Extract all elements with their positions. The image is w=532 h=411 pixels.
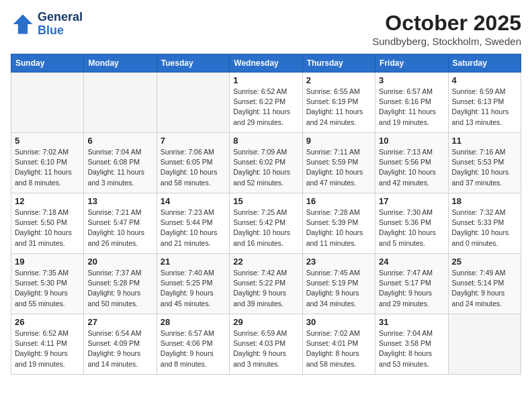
logo-text-general: General [38, 11, 83, 24]
day-number: 12 [15, 196, 80, 206]
calendar-cell: 30Sunrise: 7:02 AM Sunset: 4:01 PM Dayli… [302, 314, 375, 375]
day-info: Sunrise: 7:13 AM Sunset: 5:56 PM Dayligh… [379, 147, 444, 188]
calendar-cell: 20Sunrise: 7:37 AM Sunset: 5:28 PM Dayli… [84, 254, 157, 314]
day-info: Sunrise: 7:06 AM Sunset: 6:05 PM Dayligh… [161, 147, 226, 188]
day-info: Sunrise: 7:18 AM Sunset: 5:50 PM Dayligh… [15, 208, 80, 248]
calendar-cell: 11Sunrise: 7:16 AM Sunset: 5:53 PM Dayli… [448, 133, 521, 193]
day-number: 3 [379, 75, 444, 85]
calendar-cell: 3Sunrise: 6:57 AM Sunset: 6:16 PM Daylig… [375, 73, 448, 133]
logo-text-blue: Blue [38, 24, 83, 38]
day-info: Sunrise: 7:02 AM Sunset: 6:10 PM Dayligh… [15, 147, 80, 188]
day-info: Sunrise: 6:52 AM Sunset: 4:11 PM Dayligh… [15, 328, 80, 369]
calendar-cell: 8Sunrise: 7:09 AM Sunset: 6:02 PM Daylig… [230, 133, 302, 193]
calendar-cell: 24Sunrise: 7:47 AM Sunset: 5:17 PM Dayli… [375, 254, 448, 314]
day-number: 2 [306, 75, 371, 85]
calendar-cell: 14Sunrise: 7:23 AM Sunset: 5:44 PM Dayli… [157, 193, 229, 254]
calendar-cell: 16Sunrise: 7:28 AM Sunset: 5:39 PM Dayli… [302, 193, 375, 254]
day-number: 1 [233, 75, 298, 85]
calendar-cell [448, 314, 521, 375]
day-number: 8 [233, 136, 298, 146]
weekday-header-thursday: Thursday [302, 54, 375, 73]
calendar-cell: 27Sunrise: 6:54 AM Sunset: 4:09 PM Dayli… [84, 314, 157, 375]
day-number: 24 [379, 257, 444, 267]
day-number: 30 [306, 317, 371, 327]
day-info: Sunrise: 6:55 AM Sunset: 6:19 PM Dayligh… [306, 87, 371, 128]
day-info: Sunrise: 6:52 AM Sunset: 6:22 PM Dayligh… [233, 87, 298, 128]
calendar-week-1: 1Sunrise: 6:52 AM Sunset: 6:22 PM Daylig… [11, 73, 521, 133]
day-info: Sunrise: 7:35 AM Sunset: 5:30 PM Dayligh… [15, 268, 80, 309]
day-info: Sunrise: 7:30 AM Sunset: 5:36 PM Dayligh… [379, 208, 444, 248]
calendar-cell: 22Sunrise: 7:42 AM Sunset: 5:22 PM Dayli… [230, 254, 302, 314]
weekday-header-sunday: Sunday [11, 54, 84, 73]
day-info: Sunrise: 7:04 AM Sunset: 3:58 PM Dayligh… [379, 328, 444, 369]
day-number: 9 [306, 136, 371, 146]
calendar-week-5: 26Sunrise: 6:52 AM Sunset: 4:11 PM Dayli… [11, 314, 521, 375]
day-number: 15 [233, 196, 298, 206]
calendar-cell: 13Sunrise: 7:21 AM Sunset: 5:47 PM Dayli… [84, 193, 157, 254]
day-number: 31 [379, 317, 444, 327]
day-number: 7 [161, 136, 226, 146]
calendar-cell: 23Sunrise: 7:45 AM Sunset: 5:19 PM Dayli… [302, 254, 375, 314]
day-info: Sunrise: 7:23 AM Sunset: 5:44 PM Dayligh… [161, 208, 226, 248]
day-info: Sunrise: 7:09 AM Sunset: 6:02 PM Dayligh… [233, 147, 298, 188]
day-number: 6 [87, 136, 152, 146]
day-number: 14 [161, 196, 226, 206]
day-info: Sunrise: 6:57 AM Sunset: 6:16 PM Dayligh… [379, 87, 444, 128]
day-info: Sunrise: 7:37 AM Sunset: 5:28 PM Dayligh… [87, 268, 152, 309]
month-title: October 2025 [372, 11, 521, 36]
day-number: 16 [306, 196, 371, 206]
day-number: 29 [233, 317, 298, 327]
calendar-cell: 7Sunrise: 7:06 AM Sunset: 6:05 PM Daylig… [157, 133, 229, 193]
day-number: 19 [15, 257, 80, 267]
day-info: Sunrise: 7:32 AM Sunset: 5:33 PM Dayligh… [452, 208, 517, 248]
day-info: Sunrise: 6:59 AM Sunset: 6:13 PM Dayligh… [452, 87, 517, 128]
day-info: Sunrise: 7:04 AM Sunset: 6:08 PM Dayligh… [87, 147, 152, 188]
day-number: 26 [15, 317, 80, 327]
calendar-cell: 19Sunrise: 7:35 AM Sunset: 5:30 PM Dayli… [11, 254, 84, 314]
calendar-cell: 5Sunrise: 7:02 AM Sunset: 6:10 PM Daylig… [11, 133, 84, 193]
day-number: 23 [306, 257, 371, 267]
calendar-cell: 25Sunrise: 7:49 AM Sunset: 5:14 PM Dayli… [448, 254, 521, 314]
day-info: Sunrise: 6:59 AM Sunset: 4:03 PM Dayligh… [233, 328, 298, 369]
weekday-header-friday: Friday [375, 54, 448, 73]
calendar-cell: 6Sunrise: 7:04 AM Sunset: 6:08 PM Daylig… [84, 133, 157, 193]
calendar-cell: 29Sunrise: 6:59 AM Sunset: 4:03 PM Dayli… [230, 314, 302, 375]
day-info: Sunrise: 6:57 AM Sunset: 4:06 PM Dayligh… [161, 328, 226, 369]
calendar-cell: 12Sunrise: 7:18 AM Sunset: 5:50 PM Dayli… [11, 193, 84, 254]
weekday-header-tuesday: Tuesday [157, 54, 229, 73]
calendar-cell: 10Sunrise: 7:13 AM Sunset: 5:56 PM Dayli… [375, 133, 448, 193]
title-area: October 2025 Sundbyberg, Stockholm, Swed… [372, 11, 521, 47]
day-info: Sunrise: 7:47 AM Sunset: 5:17 PM Dayligh… [379, 268, 444, 309]
logo: General Blue [11, 11, 83, 38]
calendar-cell: 31Sunrise: 7:04 AM Sunset: 3:58 PM Dayli… [375, 314, 448, 375]
day-number: 28 [161, 317, 226, 327]
day-number: 21 [161, 257, 226, 267]
svg-marker-1 [13, 14, 33, 34]
day-info: Sunrise: 6:54 AM Sunset: 4:09 PM Dayligh… [87, 328, 152, 369]
calendar-header-row: SundayMondayTuesdayWednesdayThursdayFrid… [11, 54, 521, 73]
logo-icon [11, 12, 35, 36]
day-number: 20 [87, 257, 152, 267]
calendar-cell [84, 73, 157, 133]
day-number: 4 [452, 75, 517, 85]
day-info: Sunrise: 7:25 AM Sunset: 5:42 PM Dayligh… [233, 208, 298, 248]
calendar-cell: 18Sunrise: 7:32 AM Sunset: 5:33 PM Dayli… [448, 193, 521, 254]
calendar-cell: 9Sunrise: 7:11 AM Sunset: 5:59 PM Daylig… [302, 133, 375, 193]
day-number: 17 [379, 196, 444, 206]
location-title: Sundbyberg, Stockholm, Sweden [372, 36, 521, 47]
weekday-header-monday: Monday [84, 54, 157, 73]
day-number: 5 [15, 136, 80, 146]
day-number: 10 [379, 136, 444, 146]
weekday-header-wednesday: Wednesday [230, 54, 302, 73]
calendar-cell [157, 73, 229, 133]
calendar-cell: 1Sunrise: 6:52 AM Sunset: 6:22 PM Daylig… [230, 73, 302, 133]
day-number: 13 [87, 196, 152, 206]
calendar-cell: 28Sunrise: 6:57 AM Sunset: 4:06 PM Dayli… [157, 314, 229, 375]
day-info: Sunrise: 7:21 AM Sunset: 5:47 PM Dayligh… [87, 208, 152, 248]
day-info: Sunrise: 7:45 AM Sunset: 5:19 PM Dayligh… [306, 268, 371, 309]
day-info: Sunrise: 7:16 AM Sunset: 5:53 PM Dayligh… [452, 147, 517, 188]
calendar-cell: 26Sunrise: 6:52 AM Sunset: 4:11 PM Dayli… [11, 314, 84, 375]
day-number: 25 [452, 257, 517, 267]
day-info: Sunrise: 7:49 AM Sunset: 5:14 PM Dayligh… [452, 268, 517, 309]
calendar-week-2: 5Sunrise: 7:02 AM Sunset: 6:10 PM Daylig… [11, 133, 521, 193]
